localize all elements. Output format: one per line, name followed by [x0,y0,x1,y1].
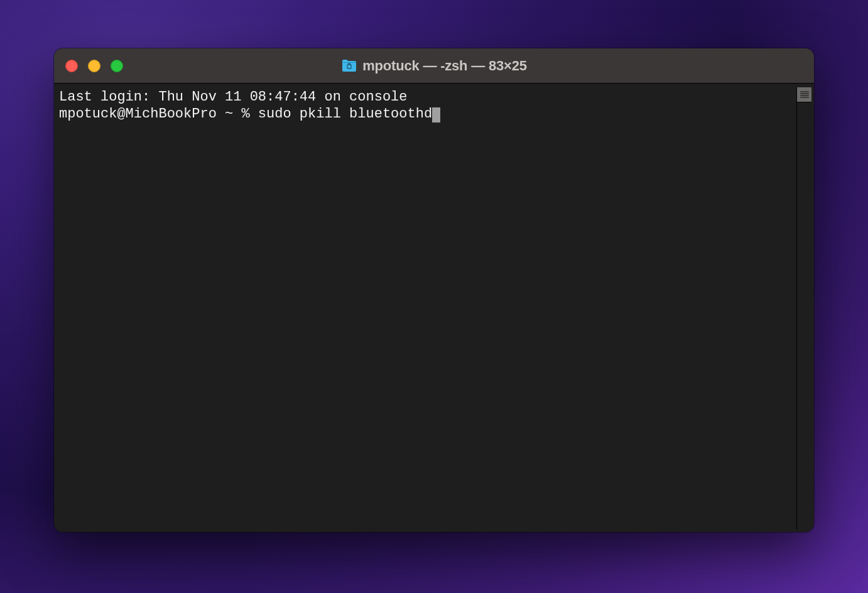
cursor [432,107,440,122]
title-wrap: mpotuck — -zsh — 83×25 [54,58,814,74]
titlebar[interactable]: mpotuck — -zsh — 83×25 [54,48,814,84]
terminal-content[interactable]: Last login: Thu Nov 11 08:47:44 on conso… [58,87,796,530]
folder-icon [341,59,357,73]
terminal-body: Last login: Thu Nov 11 08:47:44 on conso… [54,84,814,532]
scrollbar[interactable] [796,87,811,530]
scroll-indicator-icon[interactable] [797,87,811,102]
svg-rect-0 [347,65,351,68]
window-title: mpotuck — -zsh — 83×25 [362,58,527,74]
terminal-window: mpotuck — -zsh — 83×25 Last login: Thu N… [54,48,814,532]
traffic-lights [65,60,123,72]
terminal-line: Last login: Thu Nov 11 08:47:44 on conso… [59,89,796,106]
terminal-line-text: mpotuck@MichBookPro ~ % sudo pkill bluet… [59,106,432,122]
lines-icon [800,91,809,99]
close-button[interactable] [65,60,78,72]
maximize-button[interactable] [111,60,123,72]
minimize-button[interactable] [88,60,100,72]
terminal-line: mpotuck@MichBookPro ~ % sudo pkill bluet… [59,106,796,122]
